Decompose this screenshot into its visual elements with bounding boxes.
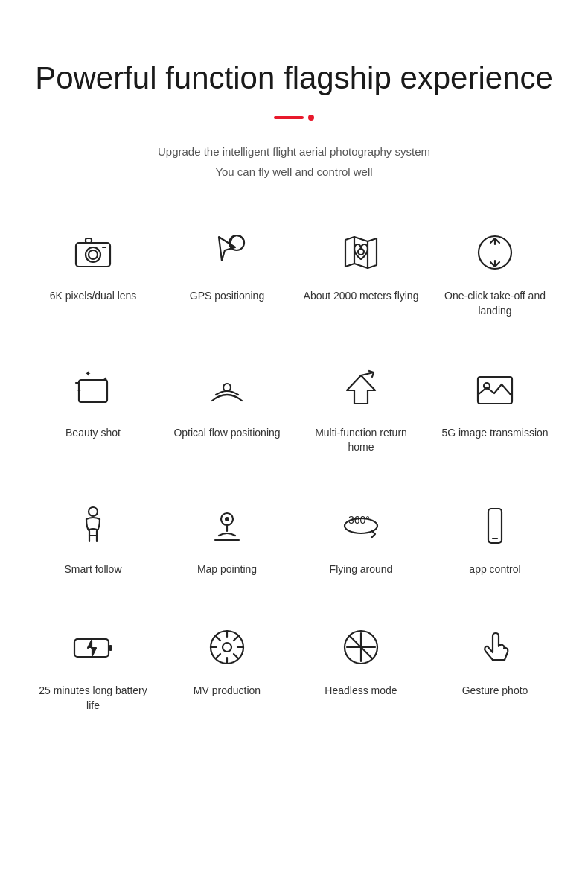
svg-rect-0 [76,243,110,267]
feature-return: Multi-function return home [294,356,428,463]
svg-line-41 [234,636,238,641]
decorative-divider [35,115,553,121]
feature-takeoff: One-click take-off and landing [428,219,562,325]
subtitle-line2: You can fly well and control well [215,165,372,178]
subtitle: Upgrade the intelligent flight aerial ph… [35,142,553,182]
svg-line-40 [234,654,238,658]
feature-label-optical: Optical flow positioning [173,426,280,441]
svg-text:✦: ✦ [85,369,91,378]
feature-label-2000m: About 2000 meters flying [304,289,419,304]
main-title: Powerful function flagship experience [35,60,553,97]
svg-text:✦: ✦ [103,376,108,383]
svg-rect-3 [86,238,92,243]
takeoff-icon [469,226,521,279]
gesture-icon [469,621,521,673]
feature-label-mv: MV production [194,684,261,699]
follow-icon [67,500,119,552]
svg-text:+: + [77,387,81,394]
feature-beauty: ✦ ✦ + Beauty shot [26,356,160,463]
camera-icon [67,226,119,279]
svg-rect-12 [79,380,107,402]
optical-icon [201,363,253,416]
headless-icon [335,621,387,673]
feature-label-gps: GPS positioning [190,289,264,304]
page-header: Powerful function flagship experience Up… [5,60,583,182]
svg-line-39 [216,636,220,641]
feature-label-takeoff: One-click take-off and landing [435,289,555,318]
feature-mv: MV production [160,614,294,720]
feature-label-mappoint: Map pointing [197,562,257,577]
feature-follow: Smart follow [26,492,160,585]
feature-mappoint: Map pointing [160,492,294,585]
feature-6k-pixels: 6K pixels/dual lens [26,219,160,325]
feature-gesture: Gesture photo [428,614,562,720]
svg-rect-32 [109,645,112,651]
feature-label-gesture: Gesture photo [462,684,528,699]
mv-icon [201,621,253,673]
divider-dot [308,115,314,121]
feature-label-appcontrol: app control [469,562,520,577]
feature-5g: 5G image transmission [428,356,562,463]
map-icon [335,226,387,279]
svg-text:360°: 360° [348,514,370,526]
flyaround-icon: 360° [335,500,387,552]
beauty-icon: ✦ ✦ + [67,363,119,416]
feature-label-6k: 6K pixels/dual lens [50,289,137,304]
feature-gps: GPS positioning [160,219,294,325]
appcontrol-icon [469,500,521,552]
feature-battery: 25 minutes long battery life [26,614,160,720]
subtitle-line1: Upgrade the intelligent flight aerial ph… [158,145,430,158]
features-grid: 6K pixels/dual lens GPS positioning Abou… [26,219,562,720]
battery-icon [67,621,119,673]
divider-long [274,116,304,119]
gps-icon [201,226,253,279]
svg-marker-18 [347,375,375,404]
feature-label-follow: Smart follow [64,562,121,577]
feature-label-beauty: Beauty shot [65,426,121,441]
feature-appcontrol: app control [428,492,562,585]
svg-line-19 [361,372,374,375]
svg-point-17 [223,384,231,391]
feature-label-5g: 5G image transmission [441,426,548,441]
feature-headless: Headless mode [294,614,428,720]
feature-flyaround: 360° Flying around [294,492,428,585]
feature-label-headless: Headless mode [325,684,397,699]
svg-point-2 [89,250,98,259]
feature-label-flyaround: Flying around [330,562,393,577]
svg-point-8 [358,249,364,255]
feature-label-battery: 25 minutes long battery life [33,684,153,713]
svg-point-25 [225,517,229,521]
svg-point-22 [89,507,98,516]
image-icon [469,363,521,416]
mappoint-icon [201,500,253,552]
svg-point-34 [223,643,231,652]
feature-optical: Optical flow positioning [160,356,294,463]
return-home-icon [335,363,387,416]
feature-label-return: Multi-function return home [301,426,421,455]
feature-2000m: About 2000 meters flying [294,219,428,325]
svg-line-42 [216,654,220,658]
